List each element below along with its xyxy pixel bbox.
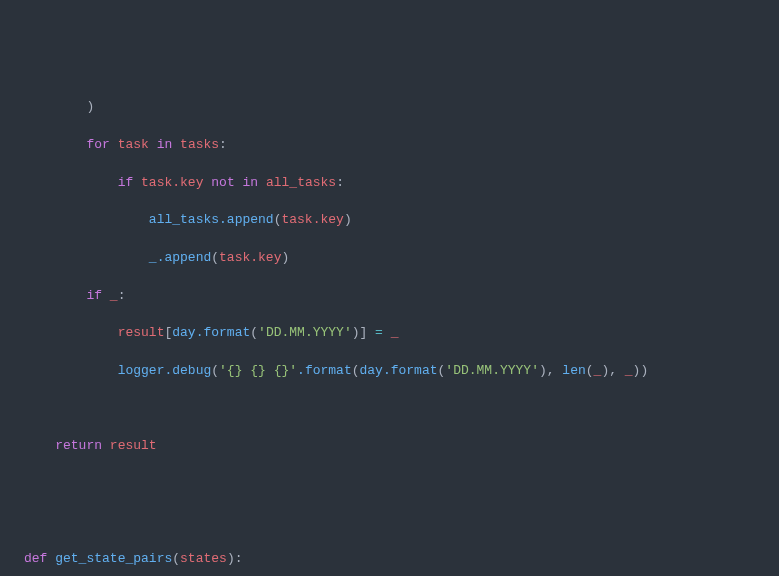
code-line: logger.debug('{} {} {}'.format(day.forma… (0, 362, 779, 381)
code-line: ) (0, 98, 779, 117)
code-line: if task.key not in all_tasks: (0, 174, 779, 193)
arg: task.key (219, 250, 281, 265)
keyword-in: in (243, 175, 259, 190)
keyword-not: not (211, 175, 234, 190)
method-call: all_tasks.append (149, 212, 274, 227)
code-line: return result (0, 437, 779, 456)
keyword-for: for (86, 137, 109, 152)
var: result (118, 325, 165, 340)
code-editor[interactable]: ) for task in tasks: if task.key not in … (0, 75, 779, 576)
arg: task.key (281, 212, 343, 227)
var: all_tasks (266, 175, 336, 190)
code-line: _.append(task.key) (0, 249, 779, 268)
keyword-def: def (24, 551, 47, 566)
builtin: len (562, 363, 585, 378)
paren: ) (24, 99, 94, 114)
code-line: result[day.format('DD.MM.YYYY')] = _ (0, 324, 779, 343)
var: _ (625, 363, 633, 378)
var: task (118, 137, 149, 152)
string: '{} {} {}' (219, 363, 297, 378)
blank-line (0, 513, 779, 532)
blank-line (0, 400, 779, 419)
keyword-return: return (55, 438, 102, 453)
operator: = (375, 325, 383, 340)
var: tasks (180, 137, 219, 152)
method-call: logger.debug (118, 363, 212, 378)
code-line: all_tasks.append(task.key) (0, 211, 779, 230)
code-line: def get_state_pairs(states): (0, 550, 779, 569)
var: result (110, 438, 157, 453)
var: task.key (141, 175, 203, 190)
method-call: .format (297, 363, 352, 378)
code-line: if _: (0, 287, 779, 306)
blank-line (0, 475, 779, 494)
string: 'DD.MM.YYYY' (445, 363, 539, 378)
function-name: get_state_pairs (55, 551, 172, 566)
code-line: for task in tasks: (0, 136, 779, 155)
method-call: day.format (172, 325, 250, 340)
param: states (180, 551, 227, 566)
keyword-if: if (86, 288, 102, 303)
var: _ (110, 288, 118, 303)
method-call: _.append (149, 250, 211, 265)
method-call: day.format (360, 363, 438, 378)
var: _ (391, 325, 399, 340)
keyword-in: in (157, 137, 173, 152)
keyword-if: if (118, 175, 134, 190)
string: 'DD.MM.YYYY' (258, 325, 352, 340)
